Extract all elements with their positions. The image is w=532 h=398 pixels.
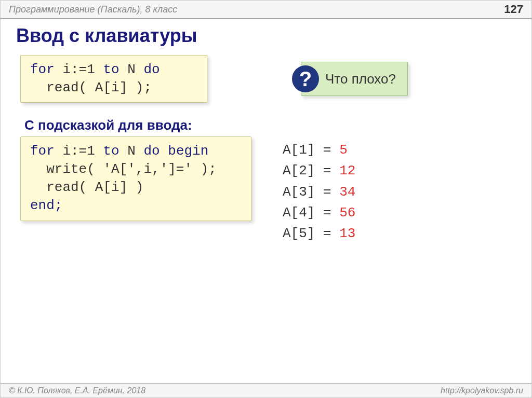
code-text: read( A[i] );	[30, 80, 152, 95]
code-text: read( A[i] )	[30, 180, 143, 195]
header-bar: Программирование (Паскаль), 8 класс 127	[1, 1, 531, 19]
output-value: 56	[339, 205, 355, 221]
page-title: Ввод с клавиатуры	[1, 19, 531, 55]
kw-for: for	[30, 62, 55, 77]
header-subject: Программирование (Паскаль), 8 класс	[9, 4, 177, 15]
output-line: A[3] = 34	[283, 182, 355, 202]
code-block-2: for i:=1 to N do begin write( 'A[',i,']=…	[20, 136, 251, 221]
row-1: for i:=1 to N do read( A[i] ); ? Что пло…	[20, 55, 512, 103]
kw-to: to	[103, 143, 119, 159]
output-line: A[1] = 5	[283, 140, 355, 160]
row-2: for i:=1 to N do begin write( 'A[',i,']=…	[20, 136, 512, 244]
question-box: ? Что плохо?	[301, 62, 408, 96]
kw-end: end;	[30, 198, 62, 213]
output-value: 5	[339, 142, 348, 158]
output-label: A[2] =	[283, 163, 331, 179]
code-text: N	[119, 62, 144, 77]
code-text: i:=1	[55, 62, 103, 77]
output-label: A[4] =	[283, 205, 331, 221]
footer-authors: © К.Ю. Поляков, Е.А. Ерёмин, 2018	[9, 386, 145, 395]
footer-url: http://kpolyakov.spb.ru	[441, 386, 523, 395]
output-line: A[5] = 13	[283, 223, 355, 244]
kw-to: to	[103, 62, 119, 77]
kw-for: for	[30, 143, 55, 159]
output-list: A[1] = 5 A[2] = 12 A[3] = 34 A[4] = 56 A…	[283, 136, 355, 244]
code-text: N	[119, 143, 144, 159]
footer: © К.Ю. Поляков, Е.А. Ерёмин, 2018 http:/…	[1, 383, 531, 397]
output-value: 34	[339, 184, 355, 200]
output-label: A[3] =	[283, 184, 331, 200]
output-value: 12	[339, 163, 355, 179]
question-text: Что плохо?	[325, 71, 396, 87]
subtitle: С подсказкой для ввода:	[24, 117, 512, 133]
kw-do-begin: do begin	[143, 143, 208, 159]
page-number: 127	[504, 3, 523, 16]
code-block-1: for i:=1 to N do read( A[i] );	[20, 55, 207, 103]
kw-do: do	[143, 62, 159, 77]
code-text: write( 'A[',i,']=' );	[30, 161, 217, 177]
output-line: A[4] = 56	[283, 202, 355, 223]
code-text: i:=1	[55, 143, 103, 159]
content-area: for i:=1 to N do read( A[i] ); ? Что пло…	[1, 55, 531, 244]
output-line: A[2] = 12	[283, 160, 355, 181]
output-label: A[5] =	[283, 226, 331, 241]
output-value: 13	[339, 226, 355, 241]
question-mark-icon: ?	[292, 65, 319, 92]
output-label: A[1] =	[283, 142, 331, 158]
